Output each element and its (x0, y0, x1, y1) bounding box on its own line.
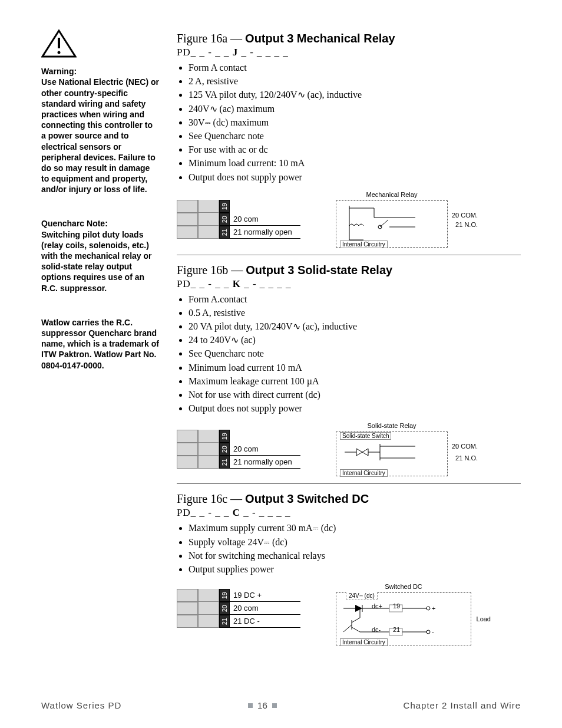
svg-marker-13 (362, 449, 368, 456)
svg-point-2 (58, 51, 61, 54)
separator (177, 255, 521, 255)
figure-16a-specs: Form A contact2 A, resistive125 VA pilot… (177, 61, 521, 184)
footer-page: 16 (248, 700, 277, 710)
figure-16a-schematic: Mechanical Relay (336, 191, 448, 248)
svg-line-25 (352, 627, 360, 632)
figure-16a-terminal-block: 19 2020 com 2121 normally open (177, 200, 300, 239)
svg-text:-: - (432, 628, 434, 635)
quencharc-extra: Watlow carries the R.C. suppressor Quenc… (41, 317, 159, 371)
svg-line-24 (352, 618, 360, 622)
figure-16c-specs: Maximum supply current 30 mA⎓ (dc)Supply… (177, 521, 521, 576)
svg-marker-19 (355, 605, 362, 612)
figure-16b-terminal-block: 19 2020 com 2121 normally open (177, 430, 300, 469)
figure-16a-heading: Figure 16a — Output 3 Mechanical Relay (177, 32, 521, 45)
figure-16a-partcode: PD_ _ - _ _ J _ - _ _ _ _ (177, 47, 521, 58)
figure-16c-partcode: PD_ _ - _ _ C _ - _ _ _ _ (177, 507, 521, 519)
footer-left: Watlow Series PD (41, 700, 121, 710)
figure-16b-partcode: PD_ _ - _ _ K _ - _ _ _ _ (177, 278, 521, 290)
figure-16c-schematic: Switched DC 24V⎓ (dc) (336, 583, 471, 645)
svg-line-22 (343, 625, 352, 632)
svg-text:+: + (432, 605, 435, 612)
page-footer: Watlow Series PD 16 Chapter 2 Install an… (41, 700, 521, 710)
figure-16c-terminal-block: 1919 DC + 2020 com 2121 DC - (177, 589, 300, 628)
svg-marker-12 (356, 449, 362, 456)
sidebar: Warning:Use National Electric (NEC) or o… (41, 29, 159, 678)
warning-text: Warning:Use National Electric (NEC) or o… (41, 66, 159, 195)
separator (177, 483, 521, 484)
svg-line-8 (380, 220, 388, 227)
footer-right: Chapter 2 Install and Wire (404, 700, 521, 710)
quencharc-note: Quencharc Note:Switching pilot duty load… (41, 218, 159, 293)
figure-16b-specs: Form A.contact0.5 A, resistive20 VA pilo… (177, 292, 521, 416)
figure-16b-heading: Figure 16b — Output 3 Solid-state Relay (177, 263, 521, 277)
figure-16b-schematic: Solid-state Relay Solid-state Switch (336, 422, 448, 476)
figure-16c-heading: Figure 16c — Output 3 Switched DC (177, 492, 521, 506)
main-content: Figure 16a — Output 3 Mechanical Relay P… (177, 29, 521, 678)
warning-icon (41, 29, 77, 58)
